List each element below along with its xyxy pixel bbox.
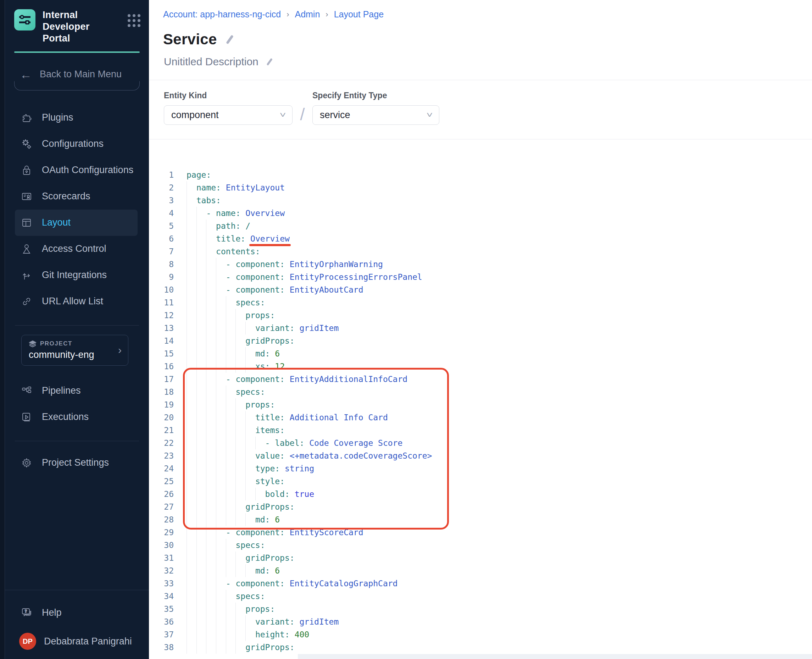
code-line[interactable]: 25 style: <box>156 475 812 488</box>
code-line[interactable]: 37 height: 400 <box>156 628 812 641</box>
sidebar-item-access-control[interactable]: Access Control <box>5 236 149 262</box>
code-line[interactable]: 28 md: 6 <box>156 513 812 526</box>
app-title: Internal Developer Portal <box>42 9 116 44</box>
layers-icon <box>29 340 36 347</box>
sidebar-item-label: OAuth Configurations <box>42 165 133 175</box>
line-number: 13 <box>156 322 174 334</box>
line-number: 4 <box>156 207 174 219</box>
code-line[interactable]: 38 gridProps: <box>156 641 812 654</box>
line-number: 9 <box>156 271 174 284</box>
code-line[interactable]: 17 - component: EntityAdditionalInfoCard <box>156 373 812 386</box>
code-line[interactable]: 10 - component: EntityAboutCard <box>156 284 812 296</box>
sidebar-item-executions[interactable]: Executions <box>5 404 149 430</box>
code-line[interactable]: 5 path: / <box>156 219 812 232</box>
code-line[interactable]: 18 specs: <box>156 386 812 398</box>
code-line[interactable]: 3 tabs: <box>156 194 812 207</box>
sidebar-item-label: Pipelines <box>42 385 81 396</box>
code-line[interactable]: 6 title: Overview <box>156 232 812 245</box>
sidebar-item-git-integrations[interactable]: Git Integrations <box>5 262 149 289</box>
code-line[interactable]: 20 title: Additional Info Card <box>156 411 812 424</box>
project-name: community-eng <box>29 349 94 360</box>
code-line[interactable]: 24 type: string <box>156 462 812 475</box>
code-line[interactable]: 8 - component: EntityOrphanWarning <box>156 258 812 271</box>
code-line[interactable]: 27 gridProps: <box>156 500 812 513</box>
sidebar-divider <box>5 590 149 590</box>
breadcrumb-layout-page[interactable]: Layout Page <box>334 9 384 19</box>
code-line[interactable]: 12 props: <box>156 309 812 322</box>
sidebar-item-layout[interactable]: Layout <box>15 210 138 236</box>
line-number: 29 <box>156 526 174 539</box>
breadcrumb-account[interactable]: Account: app-harness-ng-cicd <box>163 9 281 19</box>
code-line[interactable]: 36 variant: gridItem <box>156 615 812 628</box>
code-line[interactable]: 23 value: <+metadata.codeCoverageScore> <box>156 449 812 462</box>
line-number: 33 <box>156 577 174 590</box>
line-number: 24 <box>156 462 174 475</box>
sidebar-item-label: Access Control <box>42 243 106 254</box>
code-line[interactable]: 19 props: <box>156 398 812 411</box>
code-line[interactable]: 16 xs: 12 <box>156 360 812 373</box>
sidebar-item-project-settings[interactable]: Project Settings <box>5 450 149 476</box>
code-line[interactable]: 2 name: EntityLayout <box>156 181 812 194</box>
sidebar-item-scorecards[interactable]: Scorecards <box>5 183 149 210</box>
line-number: 31 <box>156 552 174 564</box>
code-line[interactable]: 11 specs: <box>156 296 812 309</box>
code-lines: 1page:2 name: EntityLayout3 tabs:4 - nam… <box>156 169 812 654</box>
gears-icon <box>20 138 33 150</box>
sidebar-item-pipelines[interactable]: Pipelines <box>5 378 149 404</box>
line-number: 1 <box>156 169 174 181</box>
line-number: 11 <box>156 296 174 309</box>
settings-nav: Project Settings <box>5 450 149 476</box>
code-line[interactable]: 26 bold: true <box>156 488 812 500</box>
sidebar-item-oauth-configurations[interactable]: OAuth Configurations <box>5 157 149 183</box>
code-line[interactable]: 13 variant: gridItem <box>156 322 812 334</box>
avatar: DP <box>19 633 36 650</box>
code-line[interactable]: 35 props: <box>156 602 812 615</box>
sidebar-item-label: Configurations <box>42 138 104 149</box>
line-number: 20 <box>156 411 174 424</box>
code-line[interactable]: 4 - name: Overview <box>156 207 812 219</box>
sidebar-item-configurations[interactable]: Configurations <box>5 131 149 157</box>
entity-form: Entity Kind component ˅ / Specify Entity… <box>149 80 812 125</box>
play-square-icon <box>20 411 33 423</box>
help-chat-icon: ? <box>20 607 33 618</box>
editor-scroll-track[interactable] <box>298 654 812 659</box>
entity-type-select[interactable]: service ˅ <box>312 105 439 125</box>
puzzle-icon <box>20 112 33 124</box>
code-line[interactable]: 30 specs: <box>156 539 812 552</box>
sidebar-item-url-allow-list[interactable]: URL Allow List <box>5 289 149 315</box>
sidebar-header: Internal Developer Portal <box>5 0 149 44</box>
user-menu[interactable]: DP Debabrata Panigrahi <box>5 626 149 650</box>
sidebar-item-label: URL Allow List <box>42 296 103 307</box>
code-line[interactable]: 1page: <box>156 169 812 181</box>
code-line[interactable]: 29 - component: EntityScoreCard <box>156 526 812 539</box>
link-icon <box>20 295 33 307</box>
entity-kind-select[interactable]: component ˅ <box>164 105 293 125</box>
collapsed-nav-rail <box>0 0 5 659</box>
layout-icon <box>20 217 33 229</box>
sliders-logo-icon <box>18 13 32 27</box>
code-line[interactable]: 33 - component: EntityCatalogGraphCard <box>156 577 812 590</box>
code-line[interactable]: 31 gridProps: <box>156 552 812 564</box>
project-selector[interactable]: PROJECT community-eng › <box>21 335 128 366</box>
line-number: 19 <box>156 398 174 411</box>
code-line[interactable]: 14 gridProps: <box>156 334 812 347</box>
edit-description-pencil-icon[interactable] <box>266 57 274 66</box>
code-line[interactable]: 32 md: 6 <box>156 564 812 577</box>
teal-divider <box>14 51 140 53</box>
yaml-editor[interactable]: 1page:2 name: EntityLayout3 tabs:4 - nam… <box>149 169 812 654</box>
code-line[interactable]: 34 specs: <box>156 590 812 602</box>
code-line[interactable]: 21 items: <box>156 424 812 437</box>
app-switcher-icon[interactable] <box>127 14 140 27</box>
line-number: 18 <box>156 386 174 398</box>
sidebar-item-plugins[interactable]: Plugins <box>5 105 149 131</box>
code-line[interactable]: 7 contents: <box>156 245 812 258</box>
code-line[interactable]: 22 - label: Code Coverage Score <box>156 437 812 449</box>
edit-title-pencil-icon[interactable] <box>225 34 236 45</box>
code-line[interactable]: 9 - component: EntityProcessingErrorsPan… <box>156 271 812 284</box>
breadcrumb-admin[interactable]: Admin <box>295 9 320 19</box>
chevron-down-icon: ˅ <box>426 111 433 120</box>
help-button[interactable]: ? Help <box>5 599 149 626</box>
code-line[interactable]: 15 md: 6 <box>156 347 812 360</box>
back-to-main-menu[interactable]: ← Back to Main Menu <box>20 68 140 80</box>
sidebar-footer: ? Help DP Debabrata Panigrahi <box>5 579 149 659</box>
